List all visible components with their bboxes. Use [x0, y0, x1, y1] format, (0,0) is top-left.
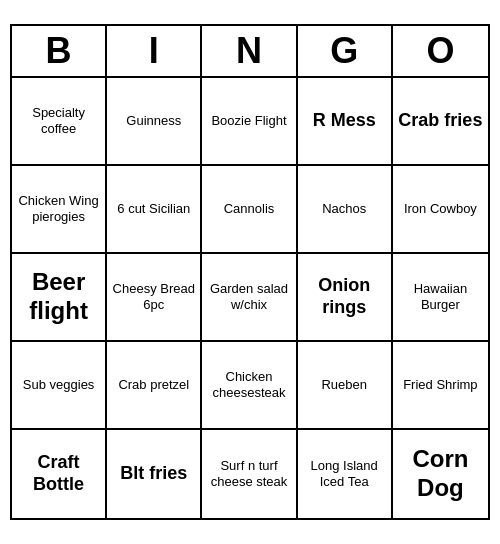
bingo-cell: Blt fries — [107, 430, 202, 518]
bingo-cell: R Mess — [298, 78, 393, 166]
cell-label: Chicken cheesesteak — [206, 369, 291, 400]
bingo-cell: Beer flight — [12, 254, 107, 342]
bingo-cell: Nachos — [298, 166, 393, 254]
cell-label: Boozie Flight — [211, 113, 286, 129]
bingo-card: BINGO Specialty coffeeGuinnessBoozie Fli… — [10, 24, 490, 520]
cell-label: Crab fries — [398, 110, 482, 132]
header-letter: B — [12, 26, 107, 76]
bingo-cell: Hawaiian Burger — [393, 254, 488, 342]
header-letter: N — [202, 26, 297, 76]
bingo-cell: Long Island Iced Tea — [298, 430, 393, 518]
cell-label: Corn Dog — [397, 445, 484, 503]
cell-label: Chicken Wing pierogies — [16, 193, 101, 224]
cell-label: Beer flight — [16, 268, 101, 326]
cell-label: Nachos — [322, 201, 366, 217]
cell-label: Rueben — [321, 377, 367, 393]
bingo-cell: Cannolis — [202, 166, 297, 254]
cell-label: R Mess — [313, 110, 376, 132]
cell-label: Blt fries — [120, 463, 187, 485]
cell-label: Craft Bottle — [16, 452, 101, 495]
cell-label: Iron Cowboy — [404, 201, 477, 217]
bingo-cell: Surf n turf cheese steak — [202, 430, 297, 518]
bingo-cell: Specialty coffee — [12, 78, 107, 166]
cell-label: Fried Shrimp — [403, 377, 477, 393]
bingo-header: BINGO — [12, 26, 488, 78]
bingo-grid: Specialty coffeeGuinnessBoozie FlightR M… — [12, 78, 488, 518]
cell-label: Hawaiian Burger — [397, 281, 484, 312]
bingo-cell: Chicken Wing pierogies — [12, 166, 107, 254]
bingo-cell: Corn Dog — [393, 430, 488, 518]
cell-label: Surf n turf cheese steak — [206, 458, 291, 489]
bingo-cell: Crab fries — [393, 78, 488, 166]
cell-label: Onion rings — [302, 275, 387, 318]
bingo-cell: Cheesy Bread 6pc — [107, 254, 202, 342]
cell-label: Cheesy Bread 6pc — [111, 281, 196, 312]
bingo-cell: Sub veggies — [12, 342, 107, 430]
bingo-cell: Crab pretzel — [107, 342, 202, 430]
bingo-cell: Rueben — [298, 342, 393, 430]
cell-label: 6 cut Sicilian — [117, 201, 190, 217]
cell-label: Crab pretzel — [118, 377, 189, 393]
bingo-cell: Iron Cowboy — [393, 166, 488, 254]
bingo-cell: Garden salad w/chix — [202, 254, 297, 342]
cell-label: Guinness — [126, 113, 181, 129]
bingo-cell: Chicken cheesesteak — [202, 342, 297, 430]
header-letter: O — [393, 26, 488, 76]
bingo-cell: Boozie Flight — [202, 78, 297, 166]
bingo-cell: Onion rings — [298, 254, 393, 342]
bingo-cell: Guinness — [107, 78, 202, 166]
cell-label: Cannolis — [224, 201, 275, 217]
cell-label: Long Island Iced Tea — [302, 458, 387, 489]
bingo-cell: 6 cut Sicilian — [107, 166, 202, 254]
bingo-cell: Craft Bottle — [12, 430, 107, 518]
cell-label: Garden salad w/chix — [206, 281, 291, 312]
header-letter: G — [298, 26, 393, 76]
bingo-cell: Fried Shrimp — [393, 342, 488, 430]
cell-label: Sub veggies — [23, 377, 95, 393]
cell-label: Specialty coffee — [16, 105, 101, 136]
header-letter: I — [107, 26, 202, 76]
